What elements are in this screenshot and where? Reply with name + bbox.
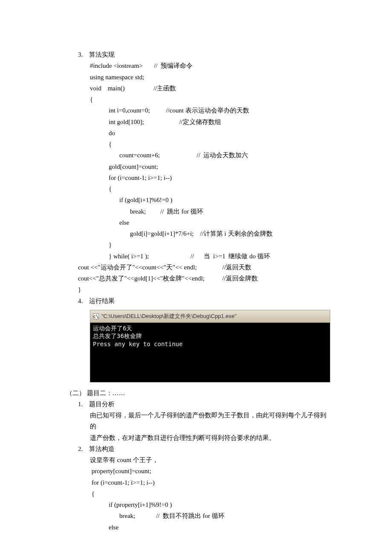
section-4-header: 4.运行结果: [78, 295, 332, 306]
code-line: {: [90, 488, 332, 499]
section-number: 4.: [78, 295, 89, 306]
console-titlebar: c\ "C:\Users\DELL\Desktop\新建文件夹\Debug\Cp…: [90, 310, 330, 323]
section-two-header: （二） 题目二：……: [66, 387, 332, 399]
section-1-header: 1.题目分析: [78, 399, 332, 410]
console-icon: c\: [93, 313, 99, 319]
code-line: else: [109, 522, 332, 533]
code-line: {: [90, 94, 332, 105]
code-line: count=count+6; // 运动会天数加六: [119, 150, 332, 161]
section-title: 算法实现: [89, 51, 115, 58]
section-title: 题目分析: [89, 401, 115, 408]
section-3-header: 3.算法实现: [78, 49, 332, 60]
console-line: 运动会开了6天: [93, 325, 132, 332]
body-text: 遗产份数，在对遗产数目进行合理性判断可得到符合要求的结果。: [90, 432, 332, 443]
section-title: 算法构造: [89, 445, 115, 452]
console-line: 总共发了36枚金牌: [93, 332, 142, 339]
section-title: 运行结果: [89, 298, 115, 304]
code-line: {: [109, 139, 332, 150]
code-line: if (gold[i+1]%6!=0 ): [119, 194, 332, 205]
code-line: #include <iostream> // 预编译命令: [90, 60, 332, 71]
section-2-header: 2.算法构造: [78, 443, 332, 454]
code-line: for (i=count-1; i>=1; i--): [109, 172, 332, 183]
code-line: else: [119, 217, 332, 228]
code-line: cout <<"运动会开了"<<count<<"天"<< endl; //返回天…: [78, 262, 332, 273]
code-line: using namespace std;: [90, 72, 332, 83]
console-window: c\ "C:\Users\DELL\Desktop\新建文件夹\Debug\Cp…: [90, 310, 330, 382]
code-line: if (property[i+1]%9!=0 ): [109, 499, 332, 510]
code-line: do: [109, 127, 332, 139]
code-line: } while( i>=1 ); // 当 i>=1 继续做 do 循环: [109, 251, 332, 262]
code-line: break; // 跳出 for 循环: [130, 206, 332, 217]
section-number: 3.: [78, 49, 89, 60]
code-line: int gold[100]; //定义储存数组: [109, 116, 332, 127]
console-output: 运动会开了6天 总共发了36枚金牌 Press any key to conti…: [90, 323, 330, 382]
code-line: }: [78, 284, 332, 295]
code-line: void main() //主函数: [90, 83, 332, 94]
console-title: "C:\Users\DELL\Desktop\新建文件夹\Debug\Cpp1.…: [101, 312, 236, 321]
body-text: 由已知可得，最后一个儿子得到的遗产份数即为王子数目，由此可得到每个儿子得到的: [90, 410, 332, 432]
section-number: 1.: [78, 399, 89, 410]
code-line: property[count]=count;: [90, 465, 332, 477]
section-number: 2.: [78, 443, 89, 454]
console-line: Press any key to continue: [93, 341, 183, 347]
code-line: gold[i]=gold[i+1]*7/6+i; //计算第 i 天剩余的金牌数: [130, 228, 332, 239]
code-line: cout<<"总共发了"<<gold[1]<<"枚金牌"<<endl; //返回…: [78, 273, 332, 284]
code-line: }: [109, 239, 332, 250]
code-line: break; // 数目不符跳出 for 循环: [119, 510, 332, 521]
code-line: 设皇帝有 count 个王子，: [90, 454, 332, 465]
code-line: int i=0,count=0; //count 表示运动会举办的天数: [109, 105, 332, 116]
code-line: gold[count]=count;: [109, 161, 332, 172]
code-line: {: [109, 183, 332, 194]
code-line: for (i=count-1; i>=1; i--): [90, 477, 332, 488]
